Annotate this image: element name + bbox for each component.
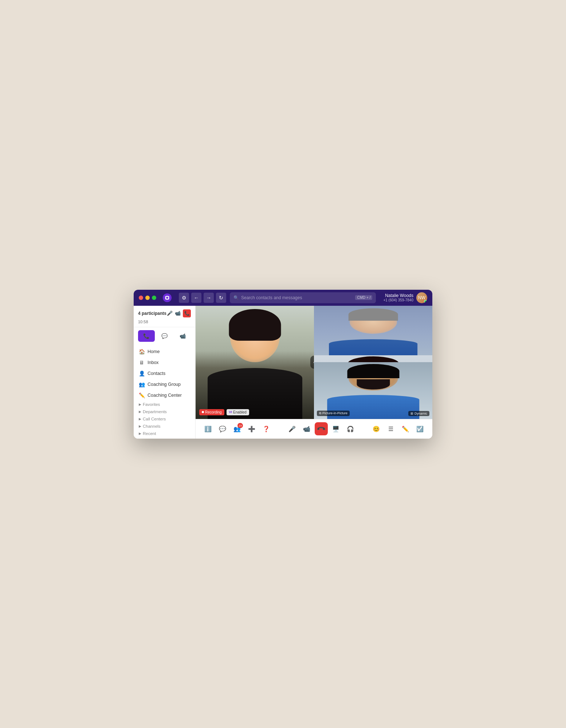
- title-bar: ⚙ ← → ↻ 🔍 CMD + / Natalie Woods +1 (604)…: [134, 290, 432, 306]
- menu-button[interactable]: ☰: [384, 422, 397, 435]
- avatar: NW: [416, 292, 427, 303]
- end-call-icon[interactable]: 📞: [183, 309, 191, 317]
- video-tile-top-right-1: [314, 306, 432, 363]
- search-icon: 🔍: [233, 295, 239, 300]
- favorites-label: Favorites: [143, 402, 160, 407]
- tab-chat[interactable]: 💬: [156, 330, 173, 342]
- participants-info: 4 participants 🎤 📹 📞: [138, 309, 191, 317]
- info-icon: ℹ️: [204, 426, 212, 432]
- info-button[interactable]: ℹ️: [201, 422, 215, 435]
- search-input[interactable]: [241, 295, 353, 300]
- chat-button[interactable]: 💬: [216, 422, 229, 435]
- inbox-icon: 🖥: [139, 360, 145, 365]
- pip-icon: ⧉: [319, 411, 321, 415]
- recent-label: Recent: [143, 431, 156, 436]
- sidebar-item-coaching-center[interactable]: ✏️ Coaching Center: [134, 390, 195, 401]
- camera-icon: 📹: [303, 426, 310, 432]
- video-tile-bottom-right: ⧉ Picture-in-Picture ⊞ Dynamic: [314, 362, 432, 419]
- enabled-label: Enabled: [233, 410, 247, 414]
- call-centers-arrow-icon: ▶: [139, 417, 141, 421]
- participants-button[interactable]: 👥 19: [231, 422, 244, 435]
- sidebar-item-inbox[interactable]: 🖥 Inbox: [134, 357, 195, 368]
- share-screen-icon: 🖥️: [332, 426, 339, 432]
- help-button[interactable]: ❓: [260, 422, 273, 435]
- call-timer: 10:58: [138, 320, 191, 324]
- departments-label: Departments: [143, 410, 167, 414]
- tab-video[interactable]: 📹: [174, 330, 191, 342]
- chat-icon: 💬: [219, 426, 226, 432]
- sidebar-nav: 🏠 Home 🖥 Inbox 👤 Contacts 👥 Coaching Gro…: [134, 345, 195, 439]
- forward-button[interactable]: →: [204, 293, 214, 303]
- sidebar-tabs: 📞 💬 📹: [134, 327, 195, 345]
- sidebar-item-contacts-label: Contacts: [148, 371, 165, 376]
- emoji-button[interactable]: 😊: [370, 422, 383, 435]
- search-bar[interactable]: 🔍 CMD + /: [230, 292, 376, 303]
- pip-badge: ⧉ Picture-in-Picture: [317, 411, 350, 416]
- minimize-button[interactable]: [145, 296, 150, 300]
- user-info: Natalie Woods +1 (604) 359-7840 NW: [383, 292, 427, 303]
- back-button[interactable]: ←: [191, 293, 201, 303]
- main-content: 4 participants 🎤 📹 📞 10:58 📞 💬 📹 🏠: [134, 306, 432, 439]
- tasks-icon: ☑️: [416, 426, 424, 432]
- tab-call[interactable]: 📞: [138, 330, 155, 342]
- sidebar-item-coaching-group-label: Coaching Group: [148, 382, 181, 387]
- sidebar-item-home-label: Home: [148, 349, 160, 354]
- add-participant-button[interactable]: ➕: [245, 422, 258, 435]
- dynamic-badge: ⊞ Dynamic: [408, 411, 429, 416]
- section-channels[interactable]: ▶ Channels: [134, 423, 195, 430]
- recording-label: Recording: [205, 410, 222, 414]
- section-call-centers[interactable]: ▶ Call Centers: [134, 415, 195, 423]
- vi-label: VI: [229, 410, 232, 414]
- tasks-button[interactable]: ☑️: [413, 422, 427, 435]
- sidebar-item-coaching-group[interactable]: 👥 Coaching Group: [134, 379, 195, 390]
- pencil-icon: ✏️: [402, 426, 409, 432]
- traffic-lights: [139, 296, 156, 300]
- pip-label: Picture-in-Picture: [322, 411, 347, 415]
- end-call-button[interactable]: 📞: [315, 422, 328, 435]
- collapse-sidebar-button[interactable]: ‹: [310, 356, 314, 369]
- sidebar-item-inbox-label: Inbox: [148, 360, 159, 365]
- section-departments[interactable]: ▶ Departments: [134, 408, 195, 415]
- app-window: ⚙ ← → ↻ 🔍 CMD + / Natalie Woods +1 (604)…: [134, 290, 432, 439]
- emoji-icon: 😊: [373, 426, 380, 432]
- cam-icon[interactable]: 📹: [175, 310, 181, 316]
- end-call-icon: 📞: [316, 424, 326, 434]
- mute-button[interactable]: 🎤: [286, 422, 299, 435]
- app-logo: [162, 293, 172, 303]
- departments-arrow-icon: ▶: [139, 410, 141, 414]
- mic-icon[interactable]: 🎤: [167, 310, 173, 316]
- toolbar-center-group: 🎤 📹 📞 🖥️ 🎧: [286, 422, 357, 435]
- refresh-button[interactable]: ↻: [216, 293, 226, 303]
- section-favorites[interactable]: ▶ Favorites: [134, 401, 195, 408]
- camera-button[interactable]: 📹: [300, 422, 313, 435]
- headphone-button[interactable]: 🎧: [344, 422, 357, 435]
- annotate-button[interactable]: ✏️: [399, 422, 412, 435]
- maximize-button[interactable]: [152, 296, 156, 300]
- channels-label: Channels: [143, 424, 161, 428]
- recording-badges: Recording VI Enabled: [199, 409, 249, 415]
- close-button[interactable]: [139, 296, 143, 300]
- share-screen-button[interactable]: 🖥️: [329, 422, 342, 435]
- right-panel: Recording VI Enabled ‹: [196, 306, 432, 439]
- sidebar: 4 participants 🎤 📹 📞 10:58 📞 💬 📹 🏠: [134, 306, 196, 439]
- video-grid: Recording VI Enabled ‹: [196, 306, 432, 419]
- user-phone: +1 (604) 359-7840: [383, 298, 413, 302]
- sidebar-item-contacts[interactable]: 👤 Contacts: [134, 368, 195, 379]
- recent-arrow-icon: ▶: [139, 432, 141, 435]
- home-icon: 🏠: [139, 349, 145, 355]
- participants-count: 4 participants: [138, 311, 166, 316]
- titlebar-controls: ⚙ ← → ↻: [179, 293, 226, 303]
- grid-icon: ⊞: [410, 412, 413, 415]
- sidebar-item-coaching-center-label: Coaching Center: [148, 393, 182, 398]
- recording-badge: Recording: [199, 409, 224, 415]
- call-controls-top: 4 participants 🎤 📹 📞 10:58: [134, 306, 195, 327]
- coaching-group-icon: 👥: [139, 381, 145, 387]
- video-tile-main: Recording VI Enabled ‹: [196, 306, 314, 419]
- enabled-badge: VI Enabled: [227, 409, 249, 415]
- section-recent[interactable]: ▶ Recent: [134, 430, 195, 437]
- settings-button[interactable]: ⚙: [179, 293, 189, 303]
- participants-count-badge: 19: [237, 423, 243, 428]
- add-participant-icon: ➕: [248, 426, 255, 432]
- coaching-center-icon: ✏️: [139, 392, 145, 398]
- sidebar-item-home[interactable]: 🏠 Home: [134, 346, 195, 357]
